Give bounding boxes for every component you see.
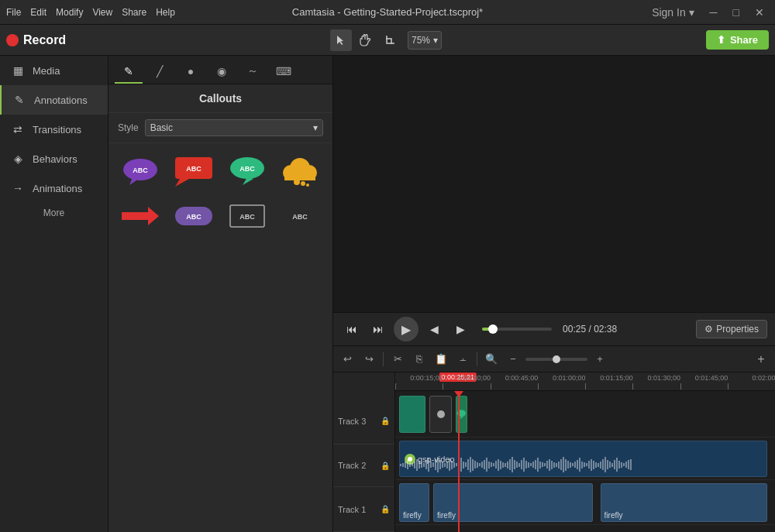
- menu-help[interactable]: Help: [156, 7, 175, 18]
- style-select[interactable]: Basic ▾: [145, 119, 323, 136]
- track3-clip-2[interactable]: [429, 396, 452, 433]
- zoom-out-button[interactable]: −: [504, 350, 522, 369]
- waveform-bar: [563, 457, 564, 472]
- track-label-2: Track 2 🔒: [333, 444, 394, 487]
- track-1-lock[interactable]: 🔒: [381, 505, 390, 513]
- waveform-bar: [465, 462, 467, 467]
- svg-point-14: [294, 179, 300, 185]
- nav-behaviors[interactable]: ◈ Behaviors: [0, 144, 108, 173]
- callout-purple-banner[interactable]: ABC: [170, 196, 218, 236]
- waveform-bar: [581, 462, 583, 469]
- zoom-slider[interactable]: [525, 358, 587, 361]
- track3-clip-callout[interactable]: [456, 396, 467, 433]
- add-track-button[interactable]: +: [752, 350, 770, 369]
- waveform-bar: [630, 459, 632, 470]
- ann-tab-shapes[interactable]: ●: [177, 60, 205, 84]
- zoom-slider-handle: [553, 355, 560, 363]
- waveform-bar: [432, 462, 434, 467]
- progress-bar[interactable]: [482, 328, 552, 331]
- waveform-bar: [607, 460, 608, 469]
- svg-text:ABC: ABC: [293, 213, 308, 221]
- pan-tool[interactable]: [355, 29, 377, 51]
- nav-animations[interactable]: → Animations: [0, 173, 108, 203]
- track-3-lock[interactable]: 🔒: [381, 417, 390, 425]
- window-controls: Sign In ▾ ─ □ ✕: [647, 5, 769, 20]
- timeline-ruler: 0:00:25;21 0:00:00;000:00:15;000:00:30;0…: [395, 372, 775, 391]
- waveform-bar: [509, 459, 511, 470]
- ann-tab-keys[interactable]: ⌨: [270, 60, 298, 84]
- waveform-bar: [628, 460, 629, 469]
- svg-marker-5: [175, 179, 189, 187]
- zoom-controls: 🔍 − +: [482, 350, 609, 369]
- preview-area: ⏮ ⏭ ▶ ◀ ▶ 00:25 / 02:38 ⚙ Properties: [333, 56, 775, 532]
- nav-more-label: More: [43, 208, 64, 218]
- menu-view[interactable]: View: [92, 7, 112, 18]
- waveform-bar: [460, 458, 462, 472]
- track1-clip-3[interactable]: firefly: [601, 483, 768, 522]
- nav-transitions[interactable]: ⇄ Transitions: [0, 115, 108, 144]
- callout-yellow-cloud[interactable]: [276, 151, 324, 191]
- track2-clip-video[interactable]: gsp-video: [399, 441, 767, 477]
- crop-tool[interactable]: [380, 29, 401, 51]
- track1-clip-2[interactable]: firefly: [433, 483, 593, 522]
- menu-edit[interactable]: Edit: [30, 7, 46, 18]
- record-label: Record: [23, 33, 66, 47]
- split-button[interactable]: ⫠: [453, 350, 472, 369]
- skip-forward-button[interactable]: ▶: [450, 318, 471, 340]
- undo-button[interactable]: ↩: [338, 350, 356, 369]
- callout-green-round[interactable]: ABC: [223, 151, 271, 191]
- properties-button[interactable]: ⚙ Properties: [696, 320, 767, 338]
- maximize-button[interactable]: □: [728, 5, 744, 20]
- track1-clip2-label: firefly: [437, 511, 456, 520]
- zoom-in-button[interactable]: +: [591, 350, 609, 369]
- record-button[interactable]: Record: [6, 33, 66, 47]
- callout-red-arrow[interactable]: [116, 196, 164, 236]
- step-forward-button[interactable]: ◀: [423, 318, 445, 340]
- zoom-select[interactable]: 75% ▾: [408, 31, 442, 50]
- play-button[interactable]: ▶: [394, 317, 418, 342]
- progress-handle[interactable]: [488, 324, 498, 334]
- share-button[interactable]: ⬆ Share: [706, 30, 769, 50]
- callout-red-angular[interactable]: ABC: [170, 151, 218, 191]
- ann-tab-callouts[interactable]: ✎: [115, 60, 143, 84]
- callout-plain-text[interactable]: ABC: [276, 196, 324, 236]
- close-button[interactable]: ✕: [750, 5, 769, 20]
- callout-white-rect[interactable]: ABC: [223, 196, 271, 236]
- cut-button[interactable]: ✂: [388, 350, 407, 369]
- playback-controls: ⏮ ⏭ ▶ ◀ ▶ 00:25 / 02:38 ⚙ Properties: [333, 312, 775, 346]
- waveform-bar: [505, 463, 506, 467]
- ann-tab-sketch[interactable]: ～: [239, 60, 267, 84]
- redo-button[interactable]: ↪: [360, 350, 378, 369]
- callout-purple-bubble[interactable]: ABC: [116, 151, 164, 191]
- skip-back-button[interactable]: ⏮: [341, 318, 363, 340]
- menu-modify[interactable]: Modify: [56, 7, 83, 18]
- waveform-bar: [621, 462, 622, 468]
- track-2-lock[interactable]: 🔒: [381, 462, 390, 470]
- track3-clip-1[interactable]: [399, 396, 425, 433]
- waveform-bar: [405, 462, 406, 468]
- minimize-button[interactable]: ─: [705, 5, 722, 20]
- waveform-bar: [532, 462, 534, 468]
- waveform-bar: [623, 463, 625, 466]
- paste-button[interactable]: 📋: [432, 350, 450, 369]
- ann-tab-lines[interactable]: ╱: [146, 60, 174, 84]
- copy-button[interactable]: ⎘: [410, 350, 429, 369]
- nav-annotations[interactable]: ✎ Annotations: [0, 85, 108, 115]
- step-back-button[interactable]: ⏭: [367, 318, 389, 340]
- menu-file[interactable]: File: [6, 7, 21, 18]
- preview-canvas: [333, 56, 775, 312]
- menu-share[interactable]: Share: [122, 7, 146, 18]
- properties-label: Properties: [716, 324, 759, 335]
- nav-media[interactable]: ▦ Media: [0, 56, 108, 85]
- annotations-icon: ✎: [12, 93, 26, 107]
- gear-icon: ⚙: [704, 324, 713, 335]
- svg-point-16: [306, 184, 309, 187]
- waveform-bar: [446, 462, 448, 469]
- sign-in-button[interactable]: Sign In ▾: [647, 5, 698, 20]
- nav-more[interactable]: More: [0, 203, 108, 223]
- track1-clip-1[interactable]: firefly: [399, 483, 429, 522]
- select-tool[interactable]: [330, 29, 352, 51]
- waveform-bar: [600, 462, 601, 469]
- ann-tab-highlights[interactable]: ◉: [208, 60, 236, 84]
- current-time: 00:25: [563, 324, 586, 335]
